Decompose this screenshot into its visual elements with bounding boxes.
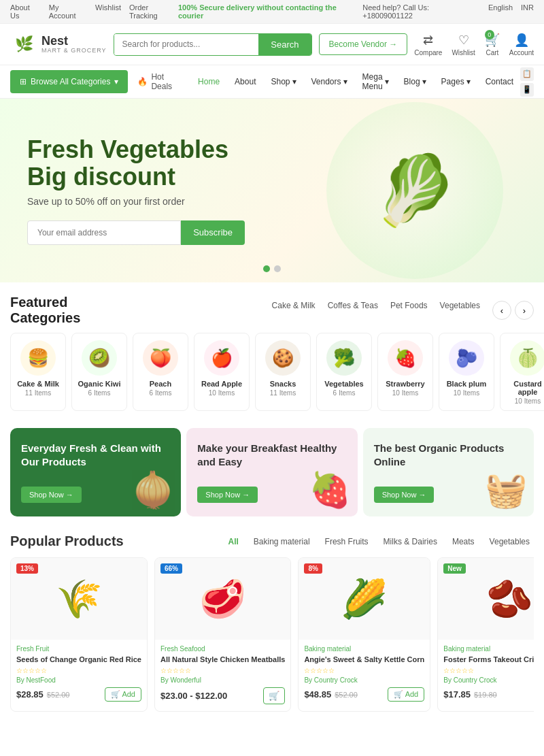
cat-card-5[interactable]: 🥦 Vegetables 6 Items — [316, 333, 372, 411]
vendor-link-1[interactable]: Wonderful — [170, 676, 201, 684]
nav-home[interactable]: Home — [191, 65, 226, 98]
side-icons: 📋 📱 — [520, 67, 534, 97]
cat-name-2: Peach — [137, 380, 184, 388]
price-old-0: $52.00 — [47, 691, 70, 699]
cat-count-0: 11 Items — [15, 389, 61, 397]
cat-card-2[interactable]: 🍑 Peach 6 Items — [133, 333, 188, 411]
sidebar-icon-2[interactable]: 📱 — [520, 83, 534, 97]
product-name-2: Angie's Sweet & Salty Kettle Corn — [304, 655, 424, 664]
hero-content: Fresh Vegetables Big discount Save up to… — [27, 136, 517, 244]
nav-shop[interactable]: Shop ▾ — [264, 65, 303, 98]
wishlist-link[interactable]: Wishlist — [95, 3, 121, 20]
product-badge-2: 8% — [304, 563, 322, 574]
product-by-0: By NestFood — [16, 676, 141, 684]
shop-now-button-2[interactable]: Shop Now → — [374, 487, 435, 503]
cat-card-3[interactable]: 🍎 Read Apple 10 Items — [194, 333, 250, 411]
popular-header: Popular Products All Baking material Fre… — [10, 533, 534, 549]
price-old-2: $52.00 — [335, 691, 358, 699]
cat-card-0[interactable]: 🍔 Cake & Milk 11 Items — [10, 333, 66, 411]
nav-about[interactable]: About — [228, 65, 262, 98]
promo-card-0: Everyday Fresh & Clean with Our Products… — [10, 428, 181, 516]
filter-tab-baking[interactable]: Baking material — [250, 535, 314, 548]
cat-img-4: 🍪 — [265, 340, 301, 376]
product-emoji-1: 🥩 — [199, 577, 246, 621]
top-bar-right: Need help? Call Us: +18009001122 English… — [362, 3, 534, 20]
compare-icon-item[interactable]: ⇄ Compare — [414, 33, 442, 56]
featured-categories-title: FeaturedCategories — [10, 295, 80, 326]
cat-next-button[interactable]: › — [515, 301, 534, 320]
wishlist-label: Wishlist — [452, 49, 475, 56]
cat-tab-vegetables[interactable]: Vegetables — [440, 301, 480, 320]
vendor-link-0[interactable]: NestFood — [26, 676, 55, 684]
cat-card-1[interactable]: 🥝 Oganic Kiwi 6 Items — [71, 333, 127, 411]
filter-tab-vegetables[interactable]: Vegetables — [486, 535, 534, 548]
cat-card-4[interactable]: 🍪 Snacks 11 Items — [255, 333, 311, 411]
cat-card-8[interactable]: 🍈 Custard apple 10 Items — [500, 333, 544, 411]
search-input[interactable] — [114, 34, 259, 55]
price-main-2: $48.85 — [304, 689, 331, 700]
price-main-0: $28.85 — [16, 689, 44, 700]
cat-card-7[interactable]: 🫐 Black plum 10 Items — [439, 333, 494, 411]
compare-label: Compare — [414, 49, 442, 56]
product-category-0: Fresh Fruit — [16, 645, 141, 653]
hero-dot-2[interactable] — [274, 265, 281, 272]
cat-tab-coffes-teas[interactable]: Coffes & Teas — [328, 301, 378, 320]
my-account-link[interactable]: My Account — [49, 3, 87, 20]
search-button[interactable]: Search — [258, 34, 311, 55]
product-price-1: $23.00 - $122.00 🛒 — [160, 687, 285, 704]
cat-count-5: 6 Items — [321, 389, 367, 397]
nav-blog[interactable]: Blog ▾ — [397, 65, 433, 98]
hot-deals-item[interactable]: 🔥 Hot Deals — [128, 65, 184, 98]
promo-title-0: Everyday Fresh & Clean with Our Products — [21, 442, 170, 468]
sidebar-icon-1[interactable]: 📋 — [520, 67, 534, 81]
email-input[interactable] — [27, 220, 181, 245]
shop-now-button-1[interactable]: Shop Now → — [197, 487, 258, 503]
wishlist-icon-item[interactable]: ♡ Wishlist — [452, 33, 475, 56]
filter-tab-milks[interactable]: Milks & Dairies — [379, 535, 441, 548]
about-us-link[interactable]: About Us — [10, 3, 41, 20]
subscribe-button[interactable]: Subscribe — [181, 220, 245, 245]
promo-emoji-0: 🧅 — [132, 470, 174, 510]
nav-contact[interactable]: Contact — [479, 65, 520, 98]
user-icon: 👤 — [514, 33, 529, 48]
cat-tab-cake-milk[interactable]: Cake & Milk — [272, 301, 316, 320]
browse-all-categories-button[interactable]: ⊞ Browse All Categories ▾ — [10, 70, 128, 93]
cart-button-1[interactable]: 🛒 — [263, 687, 285, 704]
product-card-3: New 🫘 Baking material Foster Forms Takeo… — [437, 557, 534, 712]
nav-mega-menu[interactable]: Mega Menu ▾ — [356, 65, 396, 98]
add-button-2[interactable]: 🛒 Add — [388, 687, 424, 702]
shop-now-button-0[interactable]: Shop Now → — [21, 487, 82, 503]
currency-selector[interactable]: INR — [521, 3, 534, 20]
logo[interactable]: 🌿 Nest MART & GROCERY — [10, 31, 107, 58]
add-button-0[interactable]: 🛒 Add — [105, 687, 141, 702]
flame-icon: 🔥 — [137, 77, 148, 86]
hero-subtitle: Save up to 50% off on your first order — [27, 196, 517, 207]
filter-tab-fruits[interactable]: Fresh Fruits — [321, 535, 373, 548]
product-price-0: $28.85 $52.00 🛒 Add — [16, 687, 141, 702]
filter-tab-all[interactable]: All — [224, 535, 243, 548]
product-price-3: $17.85 $19.80 🛒 Add — [443, 687, 534, 702]
cat-count-3: 10 Items — [199, 389, 245, 397]
order-tracking-link[interactable]: Order Tracking — [129, 3, 178, 20]
hero-dot-1[interactable] — [263, 265, 270, 272]
nav-vendors[interactable]: Vendors ▾ — [305, 65, 354, 98]
cart-icon-item[interactable]: 🛒 0 Cart — [485, 33, 500, 56]
product-info-1: Fresh Seafood All Natural Style Chicken … — [155, 640, 290, 711]
account-icon-item[interactable]: 👤 Account — [509, 33, 534, 56]
filter-tab-meats[interactable]: Meats — [448, 535, 479, 548]
price-main-3: $17.85 — [443, 689, 471, 700]
cat-name-6: Strawberry — [382, 380, 428, 388]
cat-card-6[interactable]: 🍓 Strawberry 10 Items — [377, 333, 433, 411]
price-old-3: $19.80 — [474, 691, 497, 699]
product-emoji-2: 🌽 — [341, 577, 388, 621]
vendor-link-3[interactable]: Country Crock — [454, 676, 497, 684]
cat-count-2: 6 Items — [137, 389, 184, 397]
filter-tabs: All Baking material Fresh Fruits Milks &… — [224, 535, 534, 548]
cat-prev-button[interactable]: ‹ — [492, 301, 511, 320]
nav-pages[interactable]: Pages ▾ — [435, 65, 477, 98]
language-selector[interactable]: English — [488, 3, 513, 20]
cat-tab-pet-foods[interactable]: Pet Foods — [390, 301, 428, 320]
product-stars-0: ☆☆☆☆☆ — [16, 667, 141, 674]
vendor-link-2[interactable]: Country Crock — [314, 676, 358, 684]
become-vendor-button[interactable]: Become Vendor → — [319, 33, 408, 55]
